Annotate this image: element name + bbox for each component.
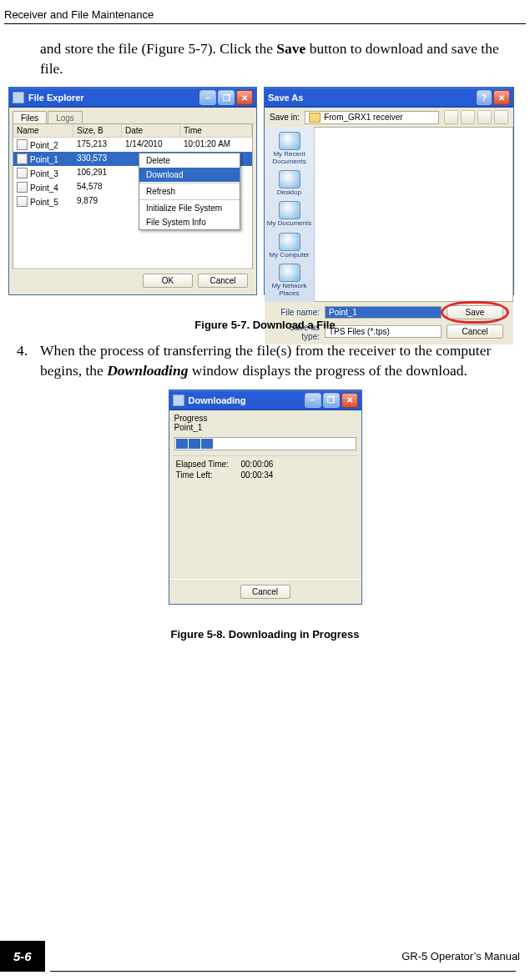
file-list: Name Size, B Date Time Point_2 175,213 1… xyxy=(13,123,253,269)
page-number: 5-6 xyxy=(0,941,45,972)
col-size[interactable]: Size, B xyxy=(73,124,122,137)
header-rule xyxy=(4,23,526,24)
cell-size: 330,573 xyxy=(73,153,122,165)
progress-file: Point_1 xyxy=(169,423,361,435)
save-as-titlebar: Save As ? ✕ xyxy=(265,88,513,108)
cell-size: 175,213 xyxy=(73,138,122,151)
cell-name: Point_5 xyxy=(13,195,73,208)
close-button[interactable]: ✕ xyxy=(493,90,510,105)
save-in-value: From_GRX1 receiver xyxy=(324,113,402,122)
ctx-delete[interactable]: Delete xyxy=(139,153,240,168)
file-browse-pane[interactable] xyxy=(315,127,513,302)
cell-size: 9,879 xyxy=(73,195,122,208)
save-as-window: Save As ? ✕ Save in: From_GRX1 receiver xyxy=(264,87,514,295)
figure-5-7-row: File Explorer – ❐ ✕ Files Logs Name Size… xyxy=(8,87,522,295)
file-explorer-body: Files Logs Name Size, B Date Time Point_… xyxy=(9,108,256,294)
downloading-titlebar: Downloading – ❐ ✕ xyxy=(169,390,361,410)
cell-name: Point_3 xyxy=(13,167,73,179)
col-name[interactable]: Name xyxy=(13,124,73,137)
tab-logs[interactable]: Logs xyxy=(48,111,83,124)
list-number: 4. xyxy=(17,341,40,361)
cell-name: Point_4 xyxy=(13,181,73,193)
manual-title: GR-5 Operator’s Manual xyxy=(45,950,520,962)
para2-post: window displays the progress of the down… xyxy=(188,362,467,379)
progress-label: Progress xyxy=(169,410,361,423)
elapsed-label: Elapsed Time: xyxy=(176,460,241,469)
ctx-download[interactable]: Download xyxy=(139,168,240,182)
file-explorer-title: File Explorer xyxy=(28,93,84,103)
network-icon xyxy=(279,264,300,282)
para1-bold: Save xyxy=(276,40,305,57)
maximize-button[interactable]: ❐ xyxy=(218,90,235,105)
close-button[interactable]: ✕ xyxy=(236,90,253,105)
ctx-init-filesystem[interactable]: Initialize File System xyxy=(139,201,240,215)
place-label: My Recent Documents xyxy=(266,151,312,165)
place-my-computer[interactable]: My Computer xyxy=(266,231,312,260)
progress-bar xyxy=(174,437,356,450)
running-header: Receiver and File Maintenance xyxy=(0,0,530,23)
table-row[interactable]: Point_2 175,213 1/14/2010 10:01:20 AM xyxy=(13,138,252,152)
minimize-button[interactable]: – xyxy=(305,393,321,408)
para1-pre: and store the file (Figure 5-7). Click t… xyxy=(40,40,276,57)
cell-size: 106,291 xyxy=(73,167,122,179)
file-explorer-titlebar: File Explorer – ❐ ✕ xyxy=(9,88,256,108)
timeleft-value: 00:00:34 xyxy=(241,470,355,480)
new-folder-icon[interactable] xyxy=(477,110,492,124)
ok-button[interactable]: OK xyxy=(143,274,193,288)
up-folder-icon[interactable] xyxy=(461,110,475,124)
file-explorer-window: File Explorer – ❐ ✕ Files Logs Name Size… xyxy=(8,87,257,295)
place-my-documents[interactable]: My Documents xyxy=(266,199,312,229)
place-label: My Documents xyxy=(267,220,311,227)
cell-name: Point_1 xyxy=(13,153,73,165)
file-name-label: File name: xyxy=(270,308,320,317)
file-name-field[interactable]: Point_1 xyxy=(325,306,442,319)
window-icon xyxy=(13,92,24,103)
save-button[interactable]: Save xyxy=(447,305,503,319)
save-type-dropdown[interactable]: TPS Files (*.tps) xyxy=(325,325,442,338)
places-bar: My Recent Documents Desktop My Documents… xyxy=(265,127,315,302)
place-label: My Network Places xyxy=(266,283,312,297)
downloading-title: Downloading xyxy=(189,395,246,405)
save-in-dropdown[interactable]: From_GRX1 receiver xyxy=(305,111,439,124)
maximize-button[interactable]: ❐ xyxy=(323,393,340,408)
ctx-refresh[interactable]: Refresh xyxy=(139,184,240,199)
step-4-paragraph: 4.When the process of transferring the f… xyxy=(40,341,520,380)
tab-files[interactable]: Files xyxy=(13,111,47,124)
computer-icon xyxy=(279,233,300,251)
timeleft-label: Time Left: xyxy=(176,470,241,480)
recent-icon xyxy=(279,132,300,150)
save-as-toolbar: Save in: From_GRX1 receiver xyxy=(265,108,513,127)
place-desktop[interactable]: Desktop xyxy=(266,168,312,198)
place-network[interactable]: My Network Places xyxy=(266,262,312,299)
downloading-button-row: Cancel xyxy=(169,579,361,604)
place-label: My Computer xyxy=(269,252,309,259)
context-menu: Delete Download Refresh Initialize File … xyxy=(139,153,240,230)
figure-5-8-caption: Figure 5-8. Downloading in Progress xyxy=(0,628,530,641)
window-icon xyxy=(173,395,184,406)
cell-time: 10:01:20 AM xyxy=(180,138,252,151)
close-button[interactable]: ✕ xyxy=(341,393,358,408)
help-button[interactable]: ? xyxy=(477,90,492,105)
file-explorer-tabs: Files Logs xyxy=(13,111,253,124)
place-label: Desktop xyxy=(277,189,301,196)
desktop-icon xyxy=(279,170,300,188)
cancel-button[interactable]: Cancel xyxy=(240,585,290,599)
col-time[interactable]: Time xyxy=(180,124,252,137)
file-list-headers[interactable]: Name Size, B Date Time xyxy=(13,124,252,138)
save-as-title: Save As xyxy=(268,93,303,103)
minimize-button[interactable]: – xyxy=(199,90,216,105)
views-icon[interactable] xyxy=(494,110,508,124)
file-explorer-button-row: OK Cancel xyxy=(13,269,253,291)
ctx-filesystem-info[interactable]: File System Info xyxy=(139,215,240,229)
cell-date: 1/14/2010 xyxy=(122,138,180,151)
cancel-button[interactable]: Cancel xyxy=(447,324,503,339)
body-paragraph-continued: and store the file (Figure 5-7). Click t… xyxy=(40,39,520,78)
cancel-button[interactable]: Cancel xyxy=(198,274,248,288)
place-recent[interactable]: My Recent Documents xyxy=(266,130,312,167)
save-in-label: Save in: xyxy=(270,113,300,122)
col-date[interactable]: Date xyxy=(122,124,180,137)
back-icon[interactable] xyxy=(444,110,458,124)
elapsed-value: 00:00:06 xyxy=(241,460,355,469)
save-as-main: My Recent Documents Desktop My Documents… xyxy=(265,127,513,302)
para2-bolditalic: Downloading xyxy=(107,362,188,379)
